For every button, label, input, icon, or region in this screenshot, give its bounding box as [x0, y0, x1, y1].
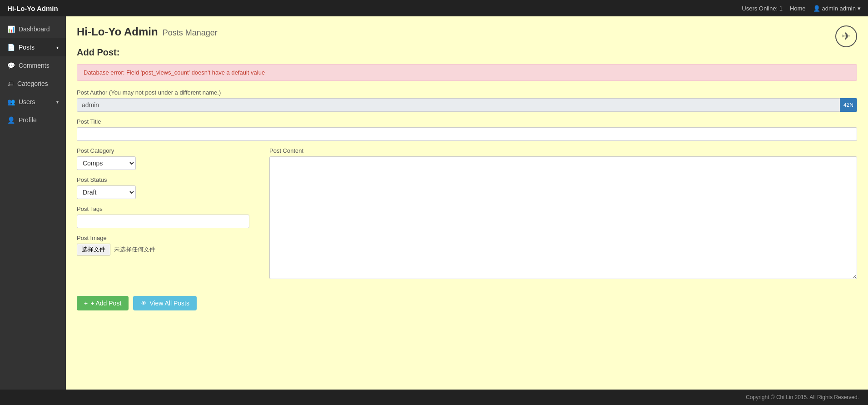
eye-icon: 👁 [140, 300, 147, 307]
sidebar-item-label: Users [19, 98, 35, 105]
status-label: Post Status [77, 176, 258, 183]
file-choose-button[interactable]: 选择文件 [77, 244, 110, 255]
admin-user: 👤 admin admin ▾ [813, 5, 861, 12]
status-select[interactable]: Draft Published Pending [77, 185, 136, 199]
sidebar-item-label: Categories [17, 80, 48, 87]
left-column: Post Category Comps News General Reviews… [77, 147, 258, 287]
sidebar: 📊 Dashboard 📄 Posts ▾ 💬 Comments 🏷 Categ… [0, 16, 66, 405]
file-no-file-label: 未选择任何文件 [114, 245, 155, 254]
users-icon: 👥 [7, 98, 15, 105]
two-col-section: Post Category Comps News General Reviews… [77, 147, 857, 287]
author-input[interactable] [77, 98, 857, 112]
tags-label: Post Tags [77, 205, 258, 212]
sub-title: Posts Manager [163, 28, 218, 38]
sidebar-item-posts[interactable]: 📄 Posts ▾ [0, 38, 66, 56]
plane-icon: ✈ [835, 25, 857, 47]
status-group: Post Status Draft Published Pending [77, 176, 258, 199]
title-label: Post Title [77, 118, 857, 125]
sidebar-item-profile[interactable]: 👤 Profile [0, 111, 66, 129]
author-badge: 42N [840, 98, 857, 112]
image-group: Post Image 选择文件 未选择任何文件 [77, 235, 258, 255]
sidebar-item-categories[interactable]: 🏷 Categories [0, 75, 66, 93]
app-title: Hi-Lo-Yo Admin [77, 25, 158, 38]
button-row: + + Add Post 👁 View All Posts [77, 296, 857, 310]
author-group: Post Author (You may not post under a di… [77, 89, 857, 112]
dashboard-icon: 📊 [7, 25, 15, 33]
footer-text: Copyright © Chi Lin 2015. All Rights Res… [746, 394, 859, 400]
nav-right: Users Online: 1 Home 👤 admin admin ▾ [742, 5, 861, 12]
content-group: Post Content [269, 147, 857, 280]
tags-input[interactable] [77, 215, 249, 228]
main-content: ✈ Hi-Lo-Yo Admin Posts Manager Add Post:… [66, 16, 868, 405]
sidebar-item-dashboard[interactable]: 📊 Dashboard [0, 20, 66, 38]
top-navbar: Hi-Lo-Yo Admin Users Online: 1 Home 👤 ad… [0, 0, 868, 16]
category-group: Post Category Comps News General Reviews [77, 147, 258, 170]
title-input[interactable] [77, 127, 857, 141]
content-label: Post Content [269, 147, 857, 154]
add-post-button[interactable]: + + Add Post [77, 296, 129, 310]
chevron-down-icon: ▾ [56, 100, 59, 105]
page-header: Hi-Lo-Yo Admin Posts Manager [77, 25, 857, 38]
home-link[interactable]: Home [790, 5, 806, 12]
error-alert: Database error: Field 'post_views_count'… [77, 64, 857, 81]
author-wrapper: 42N [77, 98, 857, 112]
section-title: Add Post: [77, 47, 857, 58]
image-label: Post Image [77, 235, 258, 241]
admin-icon: 👤 [813, 5, 820, 12]
sidebar-item-users[interactable]: 👥 Users ▾ [0, 93, 66, 111]
right-column: Post Content [269, 147, 857, 287]
view-all-posts-button[interactable]: 👁 View All Posts [133, 296, 197, 310]
layout: 📊 Dashboard 📄 Posts ▾ 💬 Comments 🏷 Categ… [0, 16, 868, 405]
tags-group: Post Tags [77, 205, 258, 228]
brand-title: Hi-Lo-Yo Admin [7, 5, 58, 12]
chevron-down-icon: ▾ [858, 5, 861, 12]
error-message: Database error: Field 'post_views_count'… [84, 69, 265, 76]
file-input-group: 选择文件 未选择任何文件 [77, 244, 258, 255]
category-label: Post Category [77, 147, 258, 154]
categories-icon: 🏷 [7, 80, 14, 87]
posts-icon: 📄 [7, 44, 15, 51]
users-online: Users Online: 1 [742, 5, 783, 12]
profile-icon: 👤 [7, 116, 15, 124]
sidebar-item-label: Profile [19, 116, 37, 124]
sidebar-item-comments[interactable]: 💬 Comments [0, 56, 66, 75]
add-post-icon: + [84, 300, 88, 307]
chevron-down-icon: ▾ [56, 45, 59, 50]
sidebar-item-label: Dashboard [19, 25, 50, 33]
sidebar-item-label: Comments [19, 62, 50, 69]
category-select[interactable]: Comps News General Reviews [77, 156, 136, 170]
sidebar-item-label: Posts [19, 44, 35, 51]
comments-icon: 💬 [7, 62, 15, 69]
author-label: Post Author (You may not post under a di… [77, 89, 857, 96]
footer: Copyright © Chi Lin 2015. All Rights Res… [0, 390, 868, 405]
content-textarea[interactable] [269, 156, 857, 279]
title-group: Post Title [77, 118, 857, 141]
